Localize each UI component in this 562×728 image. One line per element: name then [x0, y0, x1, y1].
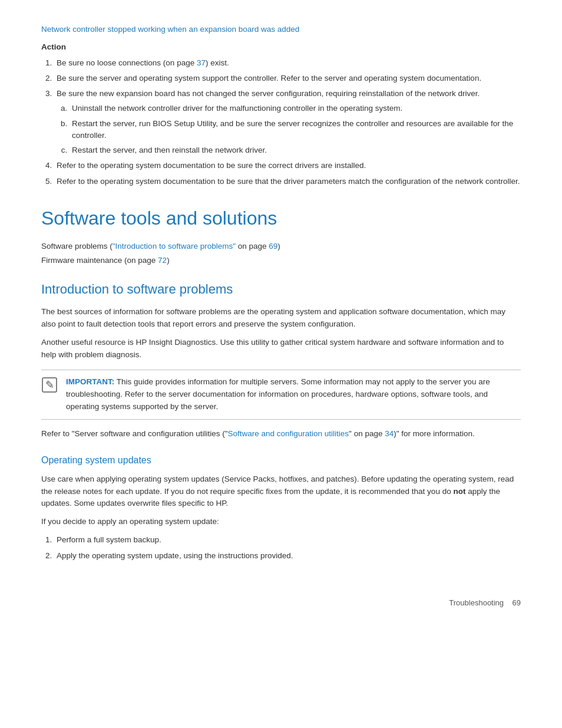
refer-link[interactable]: Software and configuration utilities [227, 429, 349, 438]
toc-text-2: Firmware maintenance (on page [41, 256, 158, 265]
important-content: IMPORTANT: This guide provides informati… [66, 376, 521, 413]
os-step-1: Perform a full system backup. [57, 535, 161, 544]
refer-suffix: )" for more information. [394, 429, 475, 438]
list-item: Be sure no loose connections (on page 37… [54, 57, 521, 69]
step-text: Be sure no loose connections (on page 37… [57, 58, 229, 67]
network-section: Network controller stopped working when … [41, 24, 521, 187]
sub-step-text: Restart the server, and then reinstall t… [72, 146, 267, 154]
list-item: Restart the server, run BIOS Setup Utili… [70, 118, 521, 142]
sub-step-text: Uninstall the network controller driver … [72, 104, 402, 113]
intro-section: Introduction to software problems The be… [41, 279, 521, 440]
toc-suffix-2: ) [167, 256, 170, 265]
list-item: Uninstall the network controller driver … [70, 103, 521, 114]
important-box: ✎ IMPORTANT: This guide provides informa… [41, 370, 521, 420]
important-text: This guide provides information for mult… [66, 377, 490, 411]
sub-steps-list: Uninstall the network controller driver … [57, 103, 521, 156]
toc-page-2[interactable]: 72 [158, 256, 167, 265]
subsection-title-os: Operating system updates [41, 453, 521, 467]
refer-page[interactable]: 34 [385, 429, 394, 438]
intro-para-1: The best sources of information for soft… [41, 306, 521, 331]
toc-prefix: Software problems ( [41, 242, 113, 251]
important-label: IMPORTANT: [66, 377, 114, 386]
page-link[interactable]: 37 [197, 58, 206, 67]
important-icon: ✎ [41, 377, 58, 393]
refer-text: Refer to "Server software and configurat… [41, 428, 521, 440]
toc-suffix: ) [277, 242, 280, 251]
toc-page-1[interactable]: 69 [269, 242, 277, 251]
footer-text: Troubleshooting 69 [449, 597, 521, 609]
refer-middle: " on page [349, 429, 385, 438]
os-para-1: Use care when applying operating system … [41, 473, 521, 510]
section-title-intro: Introduction to software problems [41, 279, 521, 299]
os-step-2: Apply the operating system update, using… [57, 551, 293, 560]
page-footer: Troubleshooting 69 [41, 597, 521, 609]
step-text: Be sure the server and operating system … [57, 74, 481, 83]
network-steps-list: Be sure no loose connections (on page 37… [41, 57, 521, 187]
refer-prefix: Refer to "Server software and configurat… [41, 429, 227, 438]
svg-text:✎: ✎ [45, 379, 54, 391]
os-bold-text: not [453, 487, 465, 496]
list-item: Be sure the new expansion board has not … [54, 88, 521, 156]
list-item: Be sure the server and operating system … [54, 73, 521, 84]
step-text: Refer to the operating system documentat… [57, 161, 366, 170]
toc-middle: on page [236, 242, 269, 251]
toc-line-1: Software problems ("Introduction to soft… [41, 241, 521, 252]
os-text-1: Use care when applying operating system … [41, 475, 514, 496]
list-item: Apply the operating system update, using… [54, 550, 521, 562]
os-para-2: If you decide to apply an operating syst… [41, 516, 521, 528]
list-item: Perform a full system backup. [54, 534, 521, 546]
software-tools-section: Software tools and solutions Software pr… [41, 204, 521, 267]
os-steps-list: Perform a full system backup. Apply the … [41, 534, 521, 562]
sub-step-text: Restart the server, run BIOS Setup Utili… [72, 119, 513, 140]
chapter-title: Software tools and solutions [41, 204, 521, 232]
network-heading: Network controller stopped working when … [41, 24, 521, 35]
list-item: Refer to the operating system documentat… [54, 160, 521, 172]
list-item: Restart the server, and then reinstall t… [70, 144, 521, 156]
list-item: Refer to the operating system documentat… [54, 176, 521, 187]
step-text: Refer to the operating system documentat… [57, 177, 520, 186]
toc-line-2: Firmware maintenance (on page 72) [41, 255, 521, 266]
toc-link-1[interactable]: "Introduction to software problems" [113, 242, 236, 251]
intro-para-2: Another useful resource is HP Insight Di… [41, 337, 521, 361]
step-text: Be sure the new expansion board has not … [57, 89, 480, 98]
os-updates-section: Operating system updates Use care when a… [41, 453, 521, 562]
action-label: Action [41, 41, 521, 53]
